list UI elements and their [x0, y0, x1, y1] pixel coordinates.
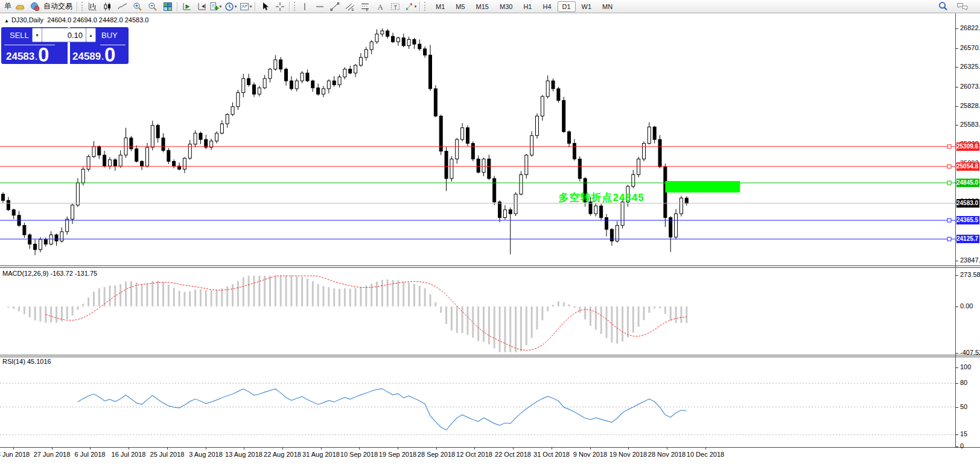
zoom-in-icon[interactable]: [131, 1, 144, 13]
svg-text:A: A: [378, 2, 384, 11]
axis-tick: [955, 164, 958, 164]
date-tick: [590, 447, 591, 450]
dropdown-arrow-icon[interactable]: ▾: [415, 4, 417, 9]
rsi-tick-label: 15: [960, 430, 967, 437]
vline-icon[interactable]: [298, 1, 311, 13]
chart-shift-icon[interactable]: [196, 1, 209, 13]
toolbar-separator: [419, 2, 421, 11]
axis-tick: [955, 240, 958, 241]
date-label: 6 Jul 2018: [75, 451, 106, 458]
date-label: 10 Dec 2018: [687, 451, 724, 458]
date-label: 10 Sep 2018: [340, 451, 378, 458]
timeframe-button-m30[interactable]: M30: [495, 1, 517, 12]
trendline-icon[interactable]: [328, 1, 342, 13]
arrows-icon[interactable]: ▾: [404, 1, 417, 13]
date-label: 25 Jul 2018: [150, 451, 185, 458]
timeframe-button-mn[interactable]: MN: [597, 1, 617, 12]
dropdown-arrow-icon[interactable]: ▾: [235, 4, 237, 9]
timeframe-button-h1[interactable]: H1: [518, 1, 536, 12]
periods-icon[interactable]: ▾: [224, 1, 237, 13]
price-level-tag: 25054.8: [956, 162, 979, 171]
timeframe-button-d1[interactable]: D1: [558, 1, 576, 12]
axis-tick: [955, 434, 958, 435]
cursor-icon[interactable]: [258, 1, 272, 13]
label-icon[interactable]: T: [389, 1, 402, 13]
price-tick-label: 26570.0: [960, 44, 980, 51]
candlestick-icon[interactable]: [101, 1, 114, 13]
date-tick: [398, 447, 398, 450]
date-axis-line: [0, 447, 980, 448]
chat-icon[interactable]: [956, 1, 969, 13]
svg-text:T: T: [394, 4, 398, 10]
macd-tick-label: 0.00: [960, 302, 973, 310]
channel-icon[interactable]: E: [343, 1, 357, 13]
date-label: 22 Oct 2018: [495, 451, 531, 458]
price-tick-label: 26325.0: [960, 63, 980, 70]
gold-ingot-icon[interactable]: [13, 1, 27, 13]
price-tick-label: 24602.0: [960, 197, 980, 205]
price-tick-label: 26073.0: [960, 83, 980, 90]
add-indicator-icon[interactable]: ▾: [209, 1, 222, 13]
date-tick: [167, 447, 168, 450]
highlight-rectangle: [665, 181, 740, 192]
date-label: 13 Aug 2018: [225, 451, 262, 458]
autoscroll-icon[interactable]: [180, 1, 194, 13]
price-tick-label: 24112.0: [960, 236, 980, 243]
date-tick: [474, 447, 475, 450]
current-price-tag: 24583.0: [956, 199, 979, 208]
zoom-out-icon[interactable]: [146, 1, 159, 13]
date-label: 8 Jun 2018: [0, 451, 30, 458]
axis-tick: [955, 48, 958, 49]
dropdown-arrow-icon[interactable]: ▾: [250, 4, 252, 9]
svg-text:F: F: [366, 8, 369, 11]
price-tick-label: 24847.0: [960, 179, 980, 186]
toolbar-grip: [81, 2, 83, 11]
axis-tick: [955, 144, 958, 145]
timeframe-button-m5[interactable]: M5: [451, 1, 469, 12]
date-tick: [90, 447, 91, 450]
axis-tick: [955, 367, 958, 368]
bar-chart-icon[interactable]: [86, 1, 99, 13]
date-label: 22 Aug 2018: [264, 451, 301, 458]
date-tick: [244, 447, 244, 450]
timeframe-button-m15[interactable]: M15: [471, 1, 494, 12]
auto-trading-label[interactable]: 自动交易: [42, 1, 74, 11]
axis-tick: [955, 407, 958, 408]
hline-icon[interactable]: [313, 1, 326, 13]
line-handle: [947, 165, 951, 168]
volume-increase-button[interactable]: ▴: [86, 28, 96, 42]
chart-canvas[interactable]: [0, 13, 955, 447]
price-tick-label: 25338.0: [960, 140, 980, 147]
price-level-tag: 24125.7: [956, 235, 979, 243]
text-icon[interactable]: A: [374, 1, 387, 13]
line-handle: [947, 218, 951, 222]
auto-trading-icon[interactable]: [28, 1, 42, 13]
search-icon[interactable]: [937, 1, 950, 13]
date-label: 27 Jun 2018: [34, 451, 71, 458]
rsi-tick-label: 100: [960, 363, 971, 370]
tile-windows-icon[interactable]: [161, 1, 174, 13]
price-level-tag: 24365.5: [956, 216, 979, 224]
line-chart-icon[interactable]: [116, 1, 129, 13]
volume-input[interactable]: [42, 28, 86, 42]
date-tick: [321, 447, 322, 450]
axis-tick: [955, 307, 958, 307]
timeframe-button-m1[interactable]: M1: [431, 1, 450, 12]
volume-decrease-button[interactable]: ▾: [32, 28, 42, 42]
price-tick-label: 25583.0: [960, 121, 980, 128]
timeframe-button-h4[interactable]: H4: [538, 1, 556, 12]
axis-tick: [955, 275, 958, 276]
timeframe-button-w1[interactable]: W1: [577, 1, 597, 12]
axis-tick: [955, 67, 958, 68]
dropdown-arrow-icon[interactable]: ▾: [220, 4, 222, 9]
order-label-partial[interactable]: 单: [2, 1, 13, 11]
price-tick-label: 24357.0: [960, 217, 980, 224]
date-tick: [129, 447, 129, 450]
axis-tick: [955, 447, 958, 447]
crosshair-icon[interactable]: [273, 1, 287, 13]
date-label: 12 Oct 2018: [456, 451, 492, 458]
template-icon[interactable]: ▾: [239, 1, 252, 13]
date-tick: [282, 447, 283, 450]
fibo-icon[interactable]: F: [358, 1, 372, 13]
date-label: 19 Sep 2018: [379, 451, 416, 458]
